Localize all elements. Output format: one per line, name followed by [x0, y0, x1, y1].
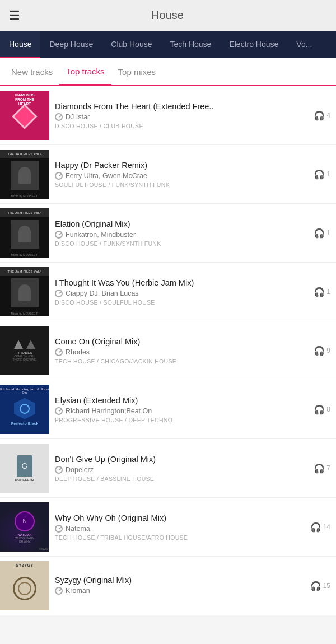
track-genre: TECH HOUSE / CHICAGO/JACKIN HOUSE [55, 358, 304, 365]
track-title: Syzygy (Original Mix) [55, 575, 304, 586]
bpm-icon [55, 587, 63, 595]
headphones-icon: 🎧 [310, 522, 321, 533]
track-info: Happy (Dr Packer Remix) Ferry Ultra, Gwe… [55, 150, 306, 199]
track-title: Elysian (Extended Mix) [55, 395, 304, 406]
track-item[interactable]: THE JAM FILES Vol.4 Mixed by MOUSSE T. H… [0, 145, 336, 204]
track-thumbnail: THE JAM FILES Vol.4 Mixed by MOUSSE T. [0, 150, 49, 199]
track-title: Come On (Original Mix) [55, 337, 304, 347]
sub-tab-top-mixes[interactable]: Top mixes [111, 58, 163, 85]
track-item[interactable]: DIAMONDSFROM THEHEART Diamonds From The … [0, 86, 336, 145]
genre-tab-house[interactable]: House [0, 31, 40, 58]
bpm-icon [55, 466, 63, 474]
track-info: Come On (Original Mix) Rhodes TECH HOUSE… [55, 326, 306, 375]
track-artist: Rhodes [66, 348, 90, 356]
headphones-icon: 🎧 [314, 404, 325, 415]
headphones-icon: 🎧 [314, 287, 325, 297]
track-thumbnail: Richard Harrington & Beat On Perfecto Bl… [0, 385, 49, 434]
track-item[interactable]: N NATEMA WHY OH WHYOH WHY TRaVia Why Oh … [0, 498, 336, 557]
genre-tabs: House Deep House Club House Tech House E… [0, 31, 336, 58]
track-meta: 🎧 8 [306, 385, 330, 434]
genre-tab-electro-house[interactable]: Electro House [220, 31, 287, 58]
track-artist: Ciappy DJ, Brian Lucas [66, 290, 139, 297]
track-artist: DJ Istar [66, 113, 90, 121]
track-title: Don't Give Up (Original Mix) [55, 454, 304, 465]
track-meta: 🎧 1 [306, 267, 330, 316]
bpm-icon [55, 290, 63, 297]
track-info: Don't Give Up (Original Mix) Dopelerz DE… [55, 444, 306, 493]
track-info: Elation (Original Mix) Funkatron, Mindbu… [55, 208, 306, 258]
track-info: Elysian (Extended Mix) Richard Harringto… [55, 385, 306, 434]
bpm-icon [55, 231, 63, 239]
genre-tab-vocal[interactable]: Vo... [287, 31, 321, 58]
track-item[interactable]: THE JAM FILES Vol.4 Mixed by MOUSSE T. I… [0, 263, 336, 321]
track-title: Elation (Original Mix) [55, 219, 304, 230]
track-artist: Richard Harrington;Beat On [66, 407, 152, 415]
headphones-icon: 🎧 [314, 110, 325, 121]
bpm-icon [55, 113, 63, 121]
track-meta: 🎧 9 [306, 326, 330, 375]
track-info: Why Oh Why Oh (Original Mix) Natema TECH… [55, 502, 306, 552]
play-count: 4 [326, 111, 330, 119]
genre-tab-tech-house[interactable]: Tech House [161, 31, 220, 58]
play-count: 1 [326, 170, 330, 178]
play-count: 15 [323, 582, 330, 590]
genre-tab-club-house[interactable]: Club House [102, 31, 161, 58]
track-artist: Natema [66, 525, 90, 533]
play-count: 14 [323, 523, 330, 531]
track-meta: 🎧 7 [306, 444, 330, 493]
track-artist: Dopelerz [66, 466, 94, 474]
track-info: Diamonds From The Heart (Extended Free..… [55, 91, 306, 140]
sub-tabs: New tracks Top tracks Top mixes [0, 58, 336, 86]
track-meta: 🎧 15 [306, 561, 330, 610]
track-thumbnail: THE JAM FILES Vol.4 Mixed by MOUSSE T. [0, 267, 49, 316]
bpm-icon [55, 348, 63, 356]
headphones-icon: 🎧 [314, 346, 325, 356]
track-meta: 🎧 14 [306, 502, 330, 552]
track-genre: SOULFUL HOUSE / FUNK/SYNTH FUNK [55, 181, 304, 188]
page-title: House [29, 9, 306, 22]
track-info: I Thought It Was You (Herbie Jam Mix) Ci… [55, 267, 306, 316]
track-title: Diamonds From The Heart (Extended Free.. [55, 101, 304, 112]
sub-tab-new-tracks[interactable]: New tracks [4, 58, 59, 85]
bpm-icon [55, 525, 63, 533]
menu-icon[interactable]: ☰ [9, 10, 20, 22]
play-count: 7 [326, 464, 330, 472]
track-thumbnail: THE JAM FILES Vol.4 Mixed by MOUSSE T. [0, 208, 49, 258]
track-meta: 🎧 1 [306, 150, 330, 199]
track-thumbnail: SYZYGY [0, 561, 49, 610]
bpm-icon [55, 172, 63, 180]
track-thumbnail: RHODES COME ON (OF...THERE SHE WAS) [0, 326, 49, 375]
track-artist: Kroman [66, 587, 90, 595]
track-thumbnail: DIAMONDSFROM THEHEART [0, 91, 49, 140]
app-header: ☰ House [0, 0, 336, 31]
sub-tab-top-tracks[interactable]: Top tracks [59, 58, 111, 85]
track-title: Happy (Dr Packer Remix) [55, 160, 304, 171]
track-genre: DISCO HOUSE / SOULFUL HOUSE [55, 299, 304, 306]
headphones-icon: 🎧 [314, 228, 325, 239]
track-item[interactable]: SYZYGY Syzygy (Original Mix) Kroman 🎧 15 [0, 557, 336, 615]
track-item[interactable]: Richard Harrington & Beat On Perfecto Bl… [0, 380, 336, 439]
track-artist: Funkatron, Mindbuster [66, 231, 136, 239]
track-genre: DEEP HOUSE / BASSLINE HOUSE [55, 475, 304, 482]
genre-tab-deep-house[interactable]: Deep House [40, 31, 102, 58]
track-item[interactable]: G DOPELERZ Don't Give Up (Original Mix) … [0, 439, 336, 498]
track-info: Syzygy (Original Mix) Kroman [55, 561, 306, 610]
track-item[interactable]: THE JAM FILES Vol.4 Mixed by MOUSSE T. E… [0, 204, 336, 263]
track-genre: DISCO HOUSE / CLUB HOUSE [55, 123, 304, 129]
headphones-icon: 🎧 [314, 463, 325, 474]
track-genre: PROGRESSIVE HOUSE / DEEP TECHNO [55, 417, 304, 423]
track-meta: 🎧 4 [306, 91, 330, 140]
bpm-icon [55, 407, 63, 415]
headphones-icon: 🎧 [314, 169, 325, 180]
track-genre: DISCO HOUSE / FUNK/SYNTH FUNK [55, 240, 304, 247]
track-title: I Thought It Was You (Herbie Jam Mix) [55, 278, 304, 288]
track-item[interactable]: RHODES COME ON (OF...THERE SHE WAS) Come… [0, 321, 336, 380]
play-count: 9 [326, 347, 330, 354]
headphones-icon: 🎧 [310, 581, 321, 591]
track-title: Why Oh Why Oh (Original Mix) [55, 513, 304, 524]
play-count: 8 [326, 405, 330, 413]
play-count: 1 [326, 229, 330, 237]
track-thumbnail: G DOPELERZ [0, 444, 49, 493]
track-genre: TECH HOUSE / TRIBAL HOUSE/AFRO HOUSE [55, 534, 304, 541]
track-meta: 🎧 1 [306, 208, 330, 258]
